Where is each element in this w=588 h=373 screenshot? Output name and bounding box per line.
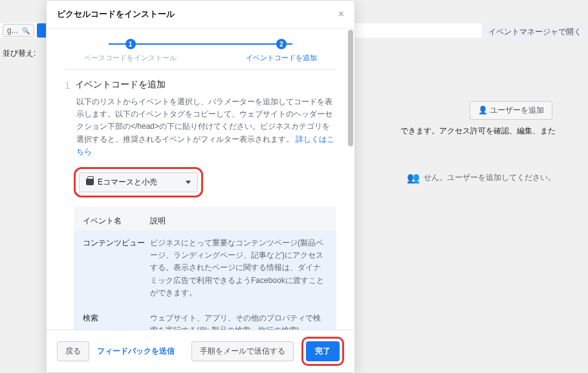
event-desc: ビジネスにとって重要なコンテンツページ(製品ページ、ランディングページ、記事など… <box>150 237 327 299</box>
bg-no-user-text: せん。ユーザーを追加してください。 <box>424 172 556 183</box>
section-number: 1 <box>65 80 70 91</box>
category-dropdown[interactable]: Eコマースと小売 <box>79 172 198 192</box>
step-1-label: ベースコードをインストール <box>84 53 177 63</box>
open-event-manager-button[interactable]: イベントマネージャで開く <box>482 23 588 41</box>
step-2-circle: 2 <box>276 39 287 49</box>
email-instructions-button[interactable]: 手順をメールで送信する <box>191 341 294 361</box>
chevron-down-icon <box>186 181 191 184</box>
stepper: 1 ベースコードをインストール 2 イベントコードを追加 <box>65 39 336 63</box>
bg-permission-text: できます。アクセス許可を確認、編集、また <box>400 126 556 137</box>
section-title: イベントコードを追加 <box>75 79 166 91</box>
event-name: 検索 <box>83 312 150 330</box>
people-icon: 👥 <box>407 172 420 184</box>
th-description: 説明 <box>150 216 327 227</box>
modal-body: 1 ベースコードをインストール 2 イベントコードを追加 1 イベントコードを追… <box>47 28 354 330</box>
shopping-bag-icon <box>86 179 94 185</box>
table-row[interactable]: 検索 ウェブサイト、アプリ、その他のプロパティで検索を実行する(例: 製品の検索… <box>83 306 327 330</box>
th-event-name: イベント名 <box>83 216 150 227</box>
table-row[interactable]: コンテンツビュー ビジネスにとって重要なコンテンツページ(製品ページ、ランディン… <box>83 231 327 306</box>
scrollbar[interactable] <box>348 30 353 328</box>
back-button[interactable]: 戻る <box>57 341 89 361</box>
event-name: コンテンツビュー <box>83 237 150 299</box>
step-1-circle: 1 <box>125 39 136 49</box>
done-highlight: 完了 <box>301 337 344 366</box>
search-text: g... <box>7 26 18 35</box>
category-highlight: Eコマースと小売 <box>74 167 203 198</box>
event-table: イベント名 説明 コンテンツビュー ビジネスにとって重要なコンテンツページ(製品… <box>74 207 336 330</box>
modal-title: ピクセルコードをインストール <box>57 8 175 20</box>
section-description: 以下のリストからイベントを選択し、パラメーターを追加してコードを表示します。以下… <box>65 96 336 158</box>
bg-search-input[interactable]: g... 🔍 <box>3 24 34 37</box>
event-desc: ウェブサイト、アプリ、その他のプロパティで検索を実行する(例: 製品の検索、旅行… <box>150 312 327 330</box>
modal-footer: 戻る フィードバックを送信 手順をメールで送信する 完了 <box>47 330 354 372</box>
step-2-label: イベントコードを追加 <box>246 53 317 63</box>
send-feedback-link[interactable]: フィードバックを送信 <box>97 346 175 357</box>
install-pixel-modal: ピクセルコードをインストール × 1 ベースコードをインストール 2 イベントコ… <box>46 0 355 373</box>
close-icon[interactable]: × <box>338 8 344 20</box>
sort-label: 並び替え: <box>3 48 36 59</box>
modal-header: ピクセルコードをインストール × <box>47 1 354 28</box>
done-button[interactable]: 完了 <box>306 341 340 361</box>
add-user-button[interactable]: 👤 ユーザーを追加 <box>470 101 552 120</box>
category-label: Eコマースと小売 <box>98 177 157 188</box>
search-icon: 🔍 <box>22 27 30 34</box>
